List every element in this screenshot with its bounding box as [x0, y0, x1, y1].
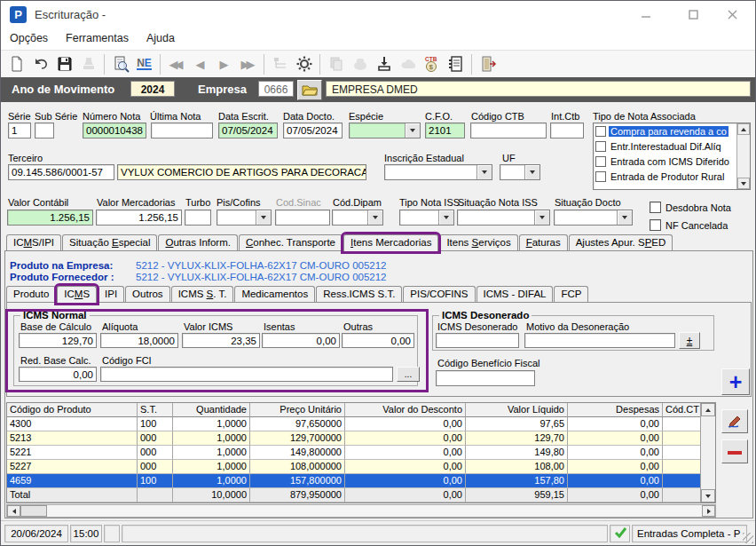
nota-associada-option[interactable]: Entrada com ICMS Diferido — [594, 154, 750, 169]
print-preview-icon[interactable] — [108, 52, 132, 75]
ctb-calculator-icon[interactable]: CTB$ — [420, 52, 444, 75]
red-base-calc-field[interactable]: 0,00 — [19, 367, 97, 382]
listbox-scrollbar[interactable] — [736, 123, 750, 189]
import-icon[interactable] — [372, 52, 396, 75]
cod-dipam-select[interactable] — [332, 210, 383, 226]
tab-situacao-especial[interactable]: Situação Especial — [62, 234, 157, 251]
isentas-field[interactable]: 0,00 — [262, 333, 340, 348]
cod-sinac-field[interactable] — [275, 210, 330, 226]
scroll-left-icon[interactable] — [7, 505, 20, 517]
valor-mercadorias-field[interactable]: 1.256,15 — [96, 210, 182, 226]
scroll-up-icon[interactable] — [737, 123, 750, 135]
tab-conhec-transporte[interactable]: Conhec. Transporte — [239, 234, 343, 251]
table-row[interactable]: 52130001,0000129,7000000,00129,700,00 — [7, 431, 703, 446]
open-company-button[interactable] — [297, 80, 322, 100]
subtab-ress-icms-s-t[interactable]: Ress.ICMS S.T. — [316, 286, 402, 303]
ultima-nota-field[interactable] — [151, 123, 213, 138]
subtab-icms[interactable]: ICMS — [57, 286, 97, 303]
grid-horizontal-scrollbar[interactable] — [6, 504, 716, 518]
nav-last-icon[interactable]: ▶▶ — [236, 52, 260, 75]
new-document-icon[interactable] — [4, 52, 28, 75]
cfo-field[interactable]: 2101 — [425, 123, 465, 138]
data-escrit-field[interactable]: 07/05/2024 — [218, 123, 278, 138]
undo-icon[interactable] — [28, 52, 52, 75]
tipo-nota-associada-listbox[interactable]: Compra para revenda a coEntr.Interestadu… — [593, 123, 751, 190]
nf-cancelada-checkbox[interactable]: NF Cancelada — [650, 219, 728, 231]
scroll-up-icon[interactable] — [701, 403, 715, 416]
save-icon[interactable] — [52, 52, 76, 75]
subtab-produto[interactable]: Produto — [6, 286, 56, 303]
outras-field[interactable]: 0,00 — [342, 333, 414, 348]
serie-field[interactable]: 1 — [8, 123, 31, 138]
especie-select[interactable]: 55 NF-E — [349, 123, 421, 138]
table-row[interactable]: 52270001,0000108,0000000,00108,000,00 — [7, 460, 703, 474]
valor-contabil-field[interactable]: 1.256,15 — [7, 210, 93, 226]
copy-icon[interactable] — [324, 52, 348, 75]
grid-vertical-scrollbar[interactable] — [700, 403, 715, 502]
add-item-button[interactable]: + — [721, 368, 750, 395]
delete-item-button[interactable] — [721, 439, 748, 463]
subtab-pis-cofins[interactable]: PIS/COFINS — [403, 286, 475, 303]
situacao-docto-select[interactable]: 00 - Documer — [554, 210, 633, 226]
dropdown-button[interactable] — [438, 210, 453, 225]
nota-associada-option[interactable]: Entrada de Produtor Rural — [594, 169, 750, 184]
tab-faturas[interactable]: Faturas — [519, 234, 568, 251]
nav-first-icon[interactable]: ◀◀ — [164, 52, 188, 75]
checkbox-icon[interactable] — [595, 171, 606, 182]
codigo-fci-field[interactable] — [100, 367, 393, 382]
turbo-field[interactable] — [185, 210, 211, 226]
maximize-button[interactable] — [678, 1, 708, 28]
table-row[interactable]: 52210001,0000149,8000000,00149,800,00 — [7, 446, 703, 460]
tab-itens-mercadorias[interactable]: Itens Mercadorias — [343, 234, 438, 251]
valor-icms-field[interactable]: 23,35 — [182, 333, 260, 348]
tab-outras-inform[interactable]: Outras Inform. — [158, 234, 238, 251]
int-ctb-field[interactable] — [550, 123, 584, 138]
menu-opcoes[interactable]: Opções — [1, 28, 57, 49]
motivo-desoneracao-field[interactable] — [524, 333, 675, 348]
numero-nota-field[interactable]: 0000010438 — [83, 123, 146, 138]
subtab-fcp[interactable]: FCP — [554, 286, 588, 303]
subtab-icms-difal[interactable]: ICMS - DIFAL — [476, 286, 554, 303]
minimize-button[interactable] — [631, 1, 661, 28]
motivo-lookup-button[interactable]: ± — [679, 332, 700, 349]
nota-associada-option[interactable]: Entr.Interestadual Dif.Alíq — [594, 138, 750, 154]
uf-select[interactable]: SP — [500, 164, 540, 180]
subtab-medicamentos[interactable]: Medicamentos — [234, 286, 315, 303]
sub-serie-field[interactable] — [35, 123, 54, 138]
data-docto-field[interactable]: 07/05/2024 — [283, 123, 343, 138]
subtab-ipi[interactable]: IPI — [98, 286, 124, 303]
aliquota-field[interactable]: 18,0000 — [100, 333, 178, 348]
exit-icon[interactable] — [476, 52, 500, 75]
dropdown-button[interactable] — [367, 210, 382, 225]
scroll-right-icon[interactable] — [702, 505, 715, 517]
checkbox-icon[interactable] — [595, 141, 606, 152]
scroll-down-icon[interactable] — [737, 178, 750, 189]
pis-cofins-select[interactable] — [217, 210, 272, 226]
year-field[interactable]: 2024 — [130, 81, 175, 97]
fci-lookup-button[interactable]: ... — [397, 367, 420, 382]
report-icon[interactable] — [444, 52, 468, 75]
checkbox-icon[interactable] — [595, 126, 606, 137]
hand-icon[interactable] — [348, 52, 372, 75]
table-row[interactable]: 46591001,0000157,8000000,00157,800,00 — [7, 474, 703, 488]
edit-item-button[interactable] — [721, 409, 748, 433]
terceiro-cnpj-field[interactable]: 09.145.586/0001-57 — [8, 164, 114, 180]
tipo-nota-iss-select[interactable] — [399, 210, 454, 226]
terceiro-nome-field[interactable]: VYLUX COMERCIO DE ARTIGOS PARA DECORACAO — [117, 164, 366, 180]
icms-desonerado-field[interactable] — [436, 333, 519, 348]
dropdown-button[interactable] — [534, 210, 549, 225]
situacao-nota-iss-select[interactable] — [457, 210, 550, 226]
menu-ferramentas[interactable]: Ferramentas — [57, 28, 138, 49]
menu-ajuda[interactable]: Ajuda — [138, 28, 184, 49]
subtab-icms-s-t[interactable]: ICMS S. T. — [171, 286, 234, 303]
subtab-outros[interactable]: Outros — [125, 286, 170, 303]
dropdown-button[interactable] — [524, 165, 539, 179]
resize-grip[interactable] — [743, 533, 753, 543]
nota-associada-option[interactable]: Compra para revenda a co — [594, 123, 750, 138]
dropdown-button[interactable] — [476, 165, 492, 179]
dropdown-button[interactable] — [405, 123, 420, 138]
desdobra-nota-checkbox[interactable]: Desdobra Nota — [650, 202, 731, 213]
scrollbar-thumb[interactable] — [20, 505, 47, 517]
nfe-icon[interactable]: NE — [132, 52, 156, 75]
company-code-field[interactable]: 0666 — [258, 81, 294, 97]
